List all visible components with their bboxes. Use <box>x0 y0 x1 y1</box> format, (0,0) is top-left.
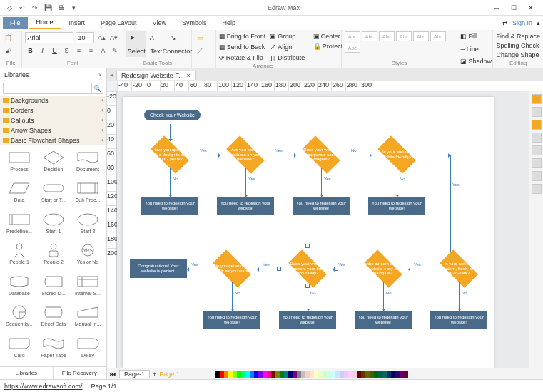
library-shape[interactable]: Stored D... <box>37 272 70 301</box>
color-swatch[interactable] <box>404 371 408 378</box>
font-family-combo[interactable] <box>25 32 73 43</box>
shape-rect-icon[interactable]: ▭ <box>195 33 205 43</box>
print-icon[interactable]: 🖶 <box>56 3 66 13</box>
library-shape[interactable]: Sequentia... <box>3 303 36 332</box>
flowchart-process[interactable]: You need to redesign your website! <box>293 197 350 215</box>
selection-handle[interactable] <box>334 267 338 271</box>
flowchart-decision[interactable]: Does your website represent your brand a… <box>283 255 333 282</box>
tab-file[interactable]: File <box>3 17 28 29</box>
share-icon[interactable]: ⇄ <box>502 19 508 26</box>
library-category[interactable]: Arrow Shapes× <box>0 125 106 135</box>
library-shape[interactable]: Decision <box>37 148 70 177</box>
selection-handle[interactable] <box>305 284 310 288</box>
connector[interactable] <box>170 168 171 197</box>
bring-front-button[interactable]: ▦Bring to Front <box>219 31 266 41</box>
tab-view[interactable]: View <box>146 17 173 29</box>
doctab-close-icon[interactable]: × <box>186 72 190 79</box>
library-shape[interactable]: Start 1 <box>37 210 70 239</box>
connector[interactable] <box>450 155 451 261</box>
connector-tool[interactable]: ↘Connector <box>166 31 188 57</box>
connector[interactable] <box>422 155 450 155</box>
style-preset[interactable]: Abc <box>345 31 360 41</box>
search-icon[interactable]: 🔍 <box>92 83 103 94</box>
library-category[interactable]: Backgrounds× <box>0 96 106 105</box>
document-tab[interactable]: Redesign Website F...× <box>116 71 196 80</box>
distribute-button[interactable]: ⫼Distribute <box>270 53 305 63</box>
page-tab[interactable]: Page-1 <box>119 370 150 378</box>
library-category[interactable]: Borders× <box>0 105 106 115</box>
flowchart-process[interactable]: You need to redesign your website! <box>203 311 260 329</box>
maximize-icon[interactable]: ☐ <box>506 2 522 14</box>
library-category[interactable]: Basic Flowchart Shapes× <box>0 135 106 145</box>
center-button[interactable]: ▣Center <box>313 31 338 41</box>
tab-insert[interactable]: Insert <box>62 17 93 29</box>
protect-button[interactable]: 🔒Protect <box>313 41 338 51</box>
style-preset[interactable]: Abc <box>413 31 429 41</box>
fill-button[interactable]: ◧Fill <box>460 31 489 41</box>
shadow-button[interactable]: ◪Shadow <box>460 56 489 66</box>
panel-icon[interactable] <box>532 120 542 130</box>
flowchart-decision[interactable]: Have you updated your design in the past… <box>145 141 195 168</box>
style-preset[interactable]: Abc <box>396 31 412 41</box>
library-shape[interactable]: YesYes or No <box>71 241 104 270</box>
library-category[interactable]: Callouts× <box>0 115 106 125</box>
minimize-icon[interactable]: ─ <box>489 2 504 14</box>
font-size-combo[interactable] <box>76 32 94 43</box>
align-left-icon[interactable]: ≡ <box>73 46 83 56</box>
flowchart-process[interactable]: You need to redesign your website! <box>368 197 425 215</box>
flowchart-process[interactable]: You need to redesign your website! <box>430 311 487 329</box>
page-add-icon[interactable]: + <box>153 371 156 378</box>
connector[interactable] <box>245 168 246 197</box>
panel-icon[interactable] <box>532 171 542 181</box>
font-color-icon[interactable]: A <box>98 46 108 56</box>
spellcheck-button[interactable]: Spelling Check <box>496 41 540 50</box>
tab-file-recovery[interactable]: File Recovery <box>54 367 107 379</box>
connector[interactable] <box>459 282 460 311</box>
flowchart-process[interactable]: You need to redesign your website! <box>355 311 412 329</box>
connector[interactable] <box>195 155 220 155</box>
bold-icon[interactable]: B <box>25 46 35 56</box>
flowchart-process[interactable]: You need to redesign your website! <box>279 311 336 329</box>
increase-font-icon[interactable]: A▴ <box>96 33 106 43</box>
library-shape[interactable]: Card <box>3 334 36 363</box>
connector[interactable] <box>408 269 434 269</box>
style-preset[interactable]: Abc <box>430 31 446 41</box>
redo-icon[interactable]: ↷ <box>30 3 40 13</box>
selection-handle[interactable] <box>305 244 310 248</box>
library-shape[interactable]: People 2 <box>37 241 70 270</box>
page[interactable]: Check Your Website Have you updated your… <box>123 97 494 368</box>
canvas[interactable]: Check Your Website Have you updated your… <box>117 91 529 368</box>
underline-icon[interactable]: U <box>49 46 59 56</box>
rotate-button[interactable]: ⟳Rotate & Flip <box>219 53 266 63</box>
connector[interactable] <box>232 282 233 311</box>
paste-icon[interactable]: 📋 <box>3 33 13 43</box>
select-tool[interactable]: ➤Select <box>126 31 146 57</box>
strike-icon[interactable]: S <box>61 46 71 56</box>
library-shape[interactable]: Internal S... <box>71 272 104 301</box>
library-shape[interactable]: Document <box>71 148 104 177</box>
connector[interactable] <box>383 282 384 311</box>
flowchart-decision[interactable]: Is your website mobile friendly? <box>372 141 422 168</box>
library-shape[interactable]: Paper Tape <box>37 334 70 363</box>
connector[interactable] <box>397 168 397 197</box>
library-shape[interactable]: Delay <box>71 334 104 363</box>
panel-icon[interactable] <box>532 145 542 155</box>
flowchart-start[interactable]: Check Your Website <box>144 110 201 120</box>
library-shape[interactable]: Manual In... <box>71 303 104 332</box>
panel-icon[interactable] <box>532 94 542 104</box>
panel-icon[interactable] <box>532 133 542 143</box>
send-back-button[interactable]: ▦Send to Back <box>219 42 266 52</box>
group-button[interactable]: ▣Group <box>270 31 305 41</box>
flowchart-decision[interactable]: Does your website incorporate social wid… <box>296 141 346 168</box>
flowchart-decision[interactable]: Do you get enough traffic as you want? <box>207 255 257 282</box>
library-shape[interactable]: Start 2 <box>71 210 104 239</box>
library-shape[interactable]: Data <box>3 179 36 208</box>
flowchart-decision[interactable]: Are you selling products on your website… <box>220 141 270 168</box>
connector[interactable] <box>270 155 296 155</box>
style-preset[interactable]: Abc <box>379 31 395 41</box>
connector[interactable] <box>170 124 171 141</box>
tab-symbols[interactable]: Symbols <box>175 17 214 29</box>
close-icon[interactable]: ✕ <box>523 2 539 14</box>
flowchart-decision[interactable]: Is your website modern, fresh, and up-to… <box>434 255 484 282</box>
library-shape[interactable]: Direct Data <box>37 303 70 332</box>
